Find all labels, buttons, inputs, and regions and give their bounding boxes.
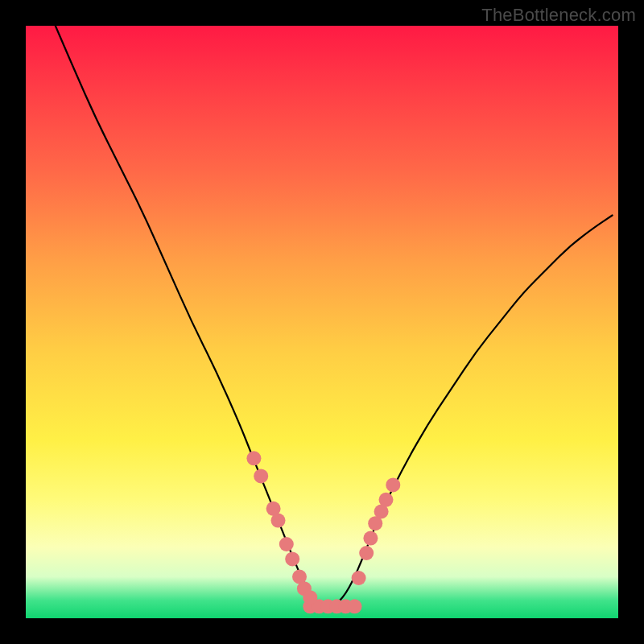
bottleneck-plot	[26, 26, 618, 618]
data-point-marker	[303, 590, 317, 605]
data-point-marker	[246, 451, 261, 465]
data-point-marker	[379, 493, 394, 507]
data-point-marker	[359, 546, 374, 560]
data-point-marker	[254, 469, 268, 483]
data-point-marker	[279, 537, 294, 551]
data-point-marker	[348, 599, 362, 613]
data-point-marker	[285, 551, 299, 566]
data-point-marker	[363, 531, 378, 546]
data-point-marker	[386, 477, 400, 492]
attribution-text: TheBottleneck.com	[481, 5, 636, 26]
data-point-marker	[271, 514, 286, 528]
bottleneck-curve	[56, 26, 613, 606]
chart-area	[26, 26, 618, 618]
data-point-marker	[352, 571, 366, 585]
